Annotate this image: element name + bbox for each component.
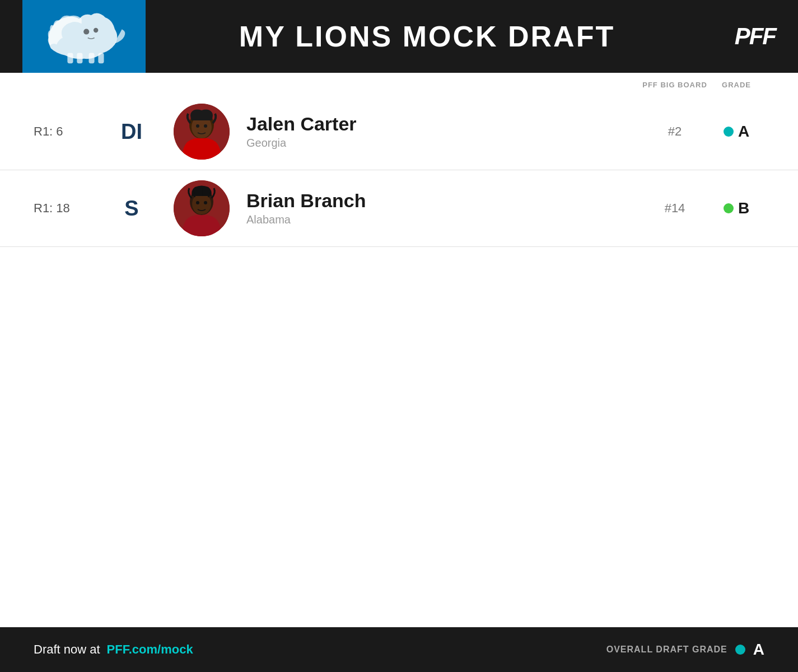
footer-draft-text: Draft now at [34, 642, 100, 657]
player-photo [174, 104, 230, 160]
overall-grade-label: OVERALL DRAFT GRADE [606, 645, 727, 655]
footer-right: OVERALL DRAFT GRADE A [606, 641, 764, 659]
svg-point-2 [94, 28, 98, 32]
svg-point-1 [83, 29, 89, 34]
column-headers: PFF BIG BOARD GRADE [0, 73, 798, 94]
svg-rect-5 [88, 53, 94, 64]
pick-row: R1: 6 DI Jalen Carter [0, 94, 798, 170]
player-name: Brian Branch [246, 190, 641, 211]
grade-letter: A [738, 123, 749, 141]
overall-grade-letter: A [753, 641, 764, 659]
pick-position-label: S [106, 197, 157, 221]
pick-position-label: DI [106, 120, 157, 144]
player-school: Georgia [246, 137, 641, 150]
svg-point-15 [196, 201, 199, 204]
pick-info: Jalen Carter Georgia [246, 114, 641, 150]
page-footer: Draft now at PFF.com/mock OVERALL DRAFT … [0, 627, 798, 672]
grade-dot [724, 127, 734, 137]
svg-point-16 [204, 201, 207, 204]
player-school: Alabama [246, 213, 641, 226]
grade-letter: B [738, 199, 749, 217]
svg-rect-6 [98, 53, 104, 64]
board-rank: #14 [641, 201, 708, 216]
pick-info: Brian Branch Alabama [246, 190, 641, 226]
player-photo [174, 180, 230, 236]
pick-round-label: R1: 18 [34, 201, 106, 216]
pick-row: R1: 18 S [0, 170, 798, 247]
player-name: Jalen Carter [246, 114, 641, 134]
overall-grade-dot [735, 645, 745, 655]
svg-point-11 [204, 124, 207, 128]
page-title: MY LIONS MOCK DRAFT [146, 20, 708, 53]
grade-column-header: GRADE [708, 81, 764, 89]
footer-pff-link[interactable]: PFF.com/mock [107, 642, 193, 657]
grade-dot [724, 203, 734, 213]
page-header: MY LIONS MOCK DRAFT PFF [0, 0, 798, 73]
grade-container: B [708, 199, 764, 217]
footer-left: Draft now at PFF.com/mock [34, 642, 606, 657]
board-column-header: PFF BIG BOARD [641, 81, 708, 89]
svg-rect-3 [67, 53, 73, 64]
team-logo [22, 0, 146, 73]
board-rank: #2 [641, 124, 708, 139]
svg-point-10 [196, 124, 199, 128]
svg-rect-4 [77, 53, 82, 64]
pff-logo: PFF [708, 23, 776, 50]
pick-round-label: R1: 6 [34, 124, 106, 139]
grade-container: A [708, 123, 764, 141]
picks-list: R1: 6 DI Jalen Carter [0, 94, 798, 627]
